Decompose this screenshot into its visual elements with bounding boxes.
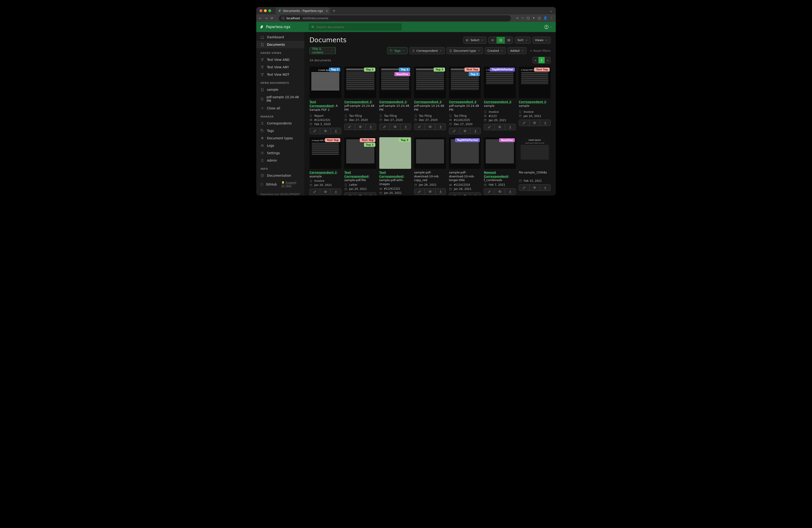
new-tab-button[interactable]: + [333,9,335,13]
download-button[interactable] [331,188,341,195]
edit-button[interactable] [519,184,530,191]
edit-button[interactable] [414,124,425,130]
doc-tag[interactable]: Tag 3 [399,138,410,142]
layout-list-button[interactable] [489,37,497,44]
download-button[interactable] [540,184,551,191]
sidebar-item-correspondents[interactable]: Correspondents [256,119,304,127]
share-icon[interactable]: ⎋ [517,16,518,20]
thumbnail[interactable]: A Simple PDF FileTest Tag [519,67,551,98]
correspondent-link[interactable]: Test Correspondent [309,100,334,108]
edit-button[interactable] [484,124,494,130]
edit-button[interactable] [484,188,494,195]
tabs-dropdown-icon[interactable]: ⌄ [550,9,552,13]
filter-added[interactable]: Added [508,47,526,54]
edit-button[interactable] [449,192,460,196]
preview-button[interactable] [320,128,331,134]
saved-view-item[interactable]: Test View AND [256,56,304,63]
preview-button[interactable] [320,188,331,195]
card-title[interactable]: Test Correspondent: A Sample PDF 2 [309,100,341,112]
correspondent-link[interactable]: Correspondent 2 [484,100,511,103]
doc-tag[interactable]: Tag 2 [399,68,410,72]
thumbnail[interactable]: Test TagTag 3 [344,137,376,169]
extensions-icon[interactable]: ✦ [533,16,535,20]
card-title[interactable]: Correspondent 2: asample [309,171,341,179]
card-title[interactable]: Correspondent 2: pdf-sample 10.24.48 PM [344,100,376,112]
filter-created[interactable]: Created [485,47,506,54]
card-title[interactable]: Correspondent 2: sample [484,100,516,108]
thumbnail[interactable]: Tag 3 [344,67,376,98]
thumbnail[interactable]: Lorem ipsumLorem ipsum dolor sit amet [519,137,551,169]
edit-button[interactable] [414,188,425,195]
preview-button[interactable] [529,119,540,126]
download-button[interactable] [470,192,481,196]
forward-button[interactable]: → [265,16,267,20]
thumbnail[interactable]: Tag 3 [414,67,446,98]
sidebar-item-document-types[interactable]: Document types [256,134,304,142]
correspondent-link[interactable]: Test Correspondent [344,171,368,178]
download-button[interactable] [331,128,341,134]
doc-tag[interactable]: Test Tag [325,138,340,142]
card-title[interactable]: sample-pdf-download-10-mb copy_red [414,171,446,183]
bookmark-icon[interactable]: ☆ [521,16,524,20]
card-title[interactable]: Correspondent 2: pdf-sample 10.24.48 PM [414,100,446,112]
thumbnail[interactable]: Tag 3 [379,137,411,169]
filter-search-input[interactable] [335,47,336,54]
download-button[interactable] [540,119,551,126]
maximize-window-button[interactable] [269,9,271,12]
thumbnail[interactable]: A Simple PDF FileTest Tag [309,137,341,169]
doc-tag[interactable]: Test Tag [360,138,375,142]
sidebar-item-admin[interactable]: Admin [256,157,304,164]
suggest-idea-link[interactable]: 💡 Suggest an idea [281,181,300,188]
layout-grid-button[interactable] [496,37,505,44]
minimize-window-button[interactable] [264,9,267,12]
open-document-item[interactable]: pdf-sample 10.24.48 PM [256,93,304,104]
edit-button[interactable] [309,128,320,134]
filter-doctype[interactable]: Document type [447,47,483,54]
sidebar-item-documents[interactable]: Documents [256,41,304,48]
thumbnail[interactable]: A Simple PDF FileTagWithPartial [484,67,516,98]
download-button[interactable] [365,192,376,196]
search-box[interactable] [309,24,402,30]
views-button[interactable]: Views [533,37,551,44]
preview-button[interactable] [355,192,366,196]
download-button[interactable] [365,124,376,130]
address-bar[interactable]: ⓘ localhost:4200/documents [279,15,511,22]
browser-tab[interactable]: Documents - Paperless-ngx × [276,8,330,14]
thumbnail[interactable]: Lorem IpsumTag 2 [309,67,341,98]
filter-scope[interactable]: Title & content [309,47,335,54]
download-button[interactable] [435,124,446,130]
doc-tag[interactable]: NewOne [394,72,410,76]
card-title[interactable]: Test Correspondent: sample-pdf-file [344,171,376,183]
sidebar-item-settings[interactable]: Settings [256,149,304,157]
saved-view-item[interactable]: Test View NOT [256,71,304,78]
reset-filters-button[interactable]: ×Reset filters [528,47,551,54]
sidebar-item-tags[interactable]: Tags [256,127,304,134]
filter-correspondent[interactable]: Correspondent [409,47,445,54]
doc-tag[interactable]: NewOne [499,138,514,142]
doc-tag[interactable]: Test Tag [534,68,550,72]
menu-icon[interactable]: ⋮ [550,16,553,20]
sidebar-item-logs[interactable]: Logs [256,142,304,149]
preview-button[interactable] [424,124,435,130]
thumbnail[interactable]: Tag 2NewOne [379,67,411,98]
layout-compact-button[interactable] [505,37,513,44]
search-input[interactable] [316,25,399,29]
thumbnail[interactable]: Test TagTag 2 [449,67,481,98]
close-all-button[interactable]: Close all [256,104,304,112]
doc-tag[interactable]: Tag 3 [434,68,445,72]
preview-button[interactable] [529,184,540,191]
card-title[interactable]: Newest Correspondent: f_combineds [484,171,516,183]
open-document-item[interactable]: sample [256,86,304,93]
doc-tag[interactable]: Tag 3 [364,143,375,147]
pager-page[interactable]: 1 [539,57,545,63]
doc-tag[interactable]: Tag 2 [329,68,340,72]
panel-icon[interactable]: ◫ [538,16,541,20]
close-window-button[interactable] [260,9,262,12]
sidebar-item-documentation[interactable]: Documentation [256,172,304,179]
saved-view-item[interactable]: Test View ANY [256,63,304,71]
select-button[interactable]: Select [463,37,487,44]
edit-button[interactable] [519,119,530,126]
doc-tag[interactable]: Test Tag [464,68,480,72]
correspondent-link[interactable]: Correspondent 2 [519,100,546,103]
preview-button[interactable] [460,128,470,134]
